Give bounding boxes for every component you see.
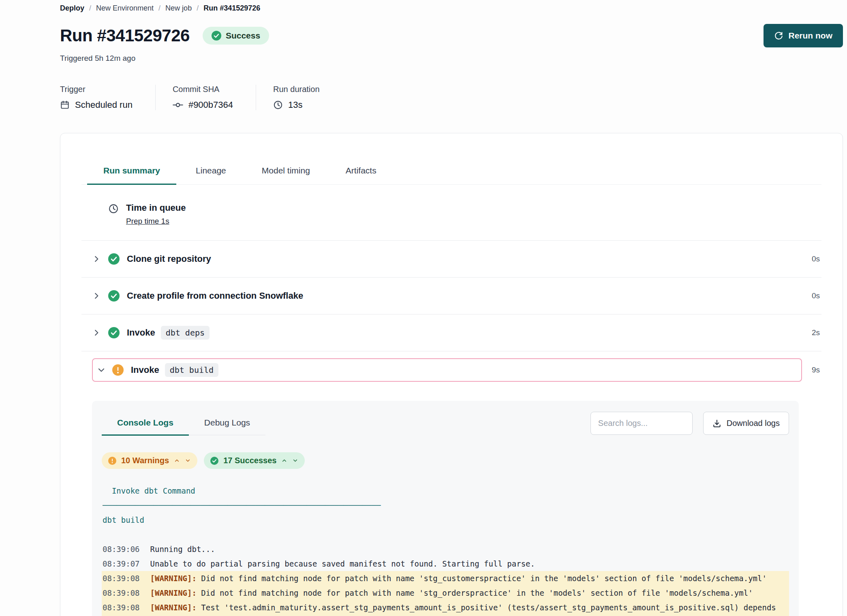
warning-icon: [112, 364, 124, 376]
tab-debug-logs[interactable]: Debug Logs: [189, 411, 265, 435]
trigger-value: Scheduled run: [75, 100, 133, 110]
chevron-down-icon[interactable]: [185, 458, 191, 464]
console-log-output: Invoke dbt Command ─────────────────────…: [102, 483, 789, 616]
meta-trigger: Trigger Scheduled run: [60, 85, 155, 110]
step-duration: 0s: [812, 255, 821, 263]
rerun-icon: [774, 31, 783, 41]
log-line-warning: 08:39:08[WARNING]: Did not find matching…: [102, 571, 789, 586]
success-check-icon: [210, 457, 218, 465]
chevron-right-icon[interactable]: [92, 328, 102, 337]
page-title: Run #341529726: [60, 26, 190, 45]
warnings-badge[interactable]: 10 Warnings: [102, 452, 197, 469]
log-line-warning: 08:39:08[WARNING]: Test 'test.admin_matu…: [102, 600, 789, 616]
success-check-icon: [108, 253, 120, 265]
log-line-command: Invoke dbt Command: [102, 483, 789, 498]
tab-lineage[interactable]: Lineage: [180, 158, 242, 184]
commit-sha-label: Commit SHA: [173, 85, 233, 94]
step-create-profile-snowflake[interactable]: Create profile from connection Snowflake…: [81, 277, 821, 314]
tab-console-logs[interactable]: Console Logs: [102, 411, 189, 435]
log-line-warning: 08:39:08[WARNING]: Did not find matching…: [102, 586, 789, 600]
run-meta: Trigger Scheduled run Commit SHA #900b73…: [60, 85, 843, 110]
chevron-right-icon[interactable]: [92, 291, 102, 300]
log-message: Test 'test.admin_maturity.assert_stg_pay…: [103, 603, 781, 616]
successes-badge[interactable]: 17 Successes: [204, 452, 305, 469]
log-timestamp: 08:39:08: [103, 588, 140, 597]
breadcrumb-current-run: Run #341529726: [203, 4, 260, 13]
rerun-now-label: Rerun now: [789, 31, 833, 41]
meta-duration: Run duration 13s: [256, 85, 342, 110]
step-clone-git-repository[interactable]: Clone git repository 0s: [81, 240, 821, 277]
chevron-up-icon[interactable]: [174, 458, 180, 464]
log-timestamp: 08:39:08: [103, 603, 140, 612]
time-in-queue-title: Time in queue: [126, 203, 186, 213]
step-row-expanded: Invoke dbt build 9s: [81, 351, 821, 389]
log-panel-header: Console Logs Debug Logs Download logs: [102, 411, 789, 435]
log-panel: Console Logs Debug Logs Download logs 10: [92, 401, 799, 616]
success-check-icon: [212, 31, 221, 41]
log-timestamp: 08:39:07: [103, 559, 140, 568]
step-command-chip: dbt deps: [161, 326, 210, 340]
tab-bar: Run summary Lineage Model timing Artifac…: [81, 133, 821, 185]
warnings-badge-label: 10 Warnings: [121, 456, 169, 465]
step-invoke-dbt-build[interactable]: Invoke dbt build: [92, 358, 802, 382]
breadcrumb: Deploy / New Environment / New job / Run…: [60, 4, 843, 13]
step-title: Clone git repository: [127, 254, 211, 264]
run-summary-card: Run summary Lineage Model timing Artifac…: [60, 133, 843, 616]
successes-badge-label: 17 Successes: [223, 456, 276, 465]
log-message: Did not find matching node for patch wit…: [197, 588, 753, 597]
chevron-down-icon[interactable]: [292, 458, 298, 464]
breadcrumb-new-job[interactable]: New job: [165, 4, 192, 13]
search-logs-input[interactable]: [590, 412, 693, 435]
run-duration-label: Run duration: [273, 85, 320, 94]
chevron-up-icon[interactable]: [281, 458, 287, 464]
download-logs-label: Download logs: [727, 419, 780, 428]
breadcrumb-separator: /: [158, 4, 160, 13]
status-badge: Success: [203, 27, 269, 45]
log-message: Did not find matching node for patch wit…: [197, 574, 767, 583]
run-duration-value: 13s: [288, 100, 302, 110]
calendar-icon: [60, 100, 70, 110]
tab-artifacts[interactable]: Artifacts: [329, 158, 393, 184]
rerun-now-button[interactable]: Rerun now: [764, 24, 843, 47]
step-command-chip: dbt build: [165, 363, 218, 377]
step-duration: 0s: [812, 291, 821, 300]
tab-run-summary[interactable]: Run summary: [87, 158, 176, 184]
log-line-command: dbt build: [102, 513, 789, 527]
download-icon: [712, 419, 721, 428]
breadcrumb-separator: /: [197, 4, 199, 13]
log-filter-badges: 10 Warnings 17 Successes: [102, 452, 789, 469]
download-logs-button[interactable]: Download logs: [703, 412, 789, 435]
warning-icon: [108, 457, 116, 465]
clock-icon: [273, 100, 283, 110]
warning-label: [WARNING]:: [150, 588, 197, 597]
prep-time-link[interactable]: Prep time 1s: [126, 217, 186, 226]
log-timestamp: 08:39:06: [103, 545, 140, 554]
log-tabs: Console Logs Debug Logs: [102, 411, 265, 435]
log-line: 08:39:07Unable to do partial parsing bec…: [102, 556, 789, 571]
warning-label: [WARNING]:: [150, 574, 197, 583]
step-title: Create profile from connection Snowflake: [127, 291, 303, 301]
log-message: Running dbt...: [150, 545, 215, 554]
time-in-queue-section: Time in queue Prep time 1s: [81, 185, 821, 240]
breadcrumb-new-environment[interactable]: New Environment: [96, 4, 154, 13]
log-line: 08:39:06Running dbt...: [102, 542, 789, 556]
chevron-right-icon[interactable]: [92, 255, 102, 263]
status-badge-label: Success: [226, 31, 260, 41]
step-title: Invoke: [127, 327, 155, 338]
tab-model-timing[interactable]: Model timing: [246, 158, 326, 184]
chevron-down-icon[interactable]: [97, 366, 107, 374]
step-duration: 9s: [812, 366, 821, 374]
header: Run #341529726 Success Rerun now: [60, 24, 843, 47]
step-invoke-dbt-deps[interactable]: Invoke dbt deps 2s: [81, 314, 821, 351]
meta-commit: Commit SHA #900b7364: [155, 85, 256, 110]
log-timestamp: 08:39:08: [103, 574, 140, 583]
run-detail-page: Deploy / New Environment / New job / Run…: [0, 0, 847, 616]
success-check-icon: [108, 327, 120, 338]
breadcrumb-separator: /: [89, 4, 91, 13]
step-title: Invoke: [131, 365, 159, 375]
breadcrumb-deploy[interactable]: Deploy: [60, 4, 84, 13]
git-commit-icon: [173, 100, 183, 110]
step-duration: 2s: [812, 328, 821, 337]
commit-sha-value: #900b7364: [188, 100, 233, 110]
log-line-divider: ────────────────────────────────────────…: [102, 498, 789, 513]
